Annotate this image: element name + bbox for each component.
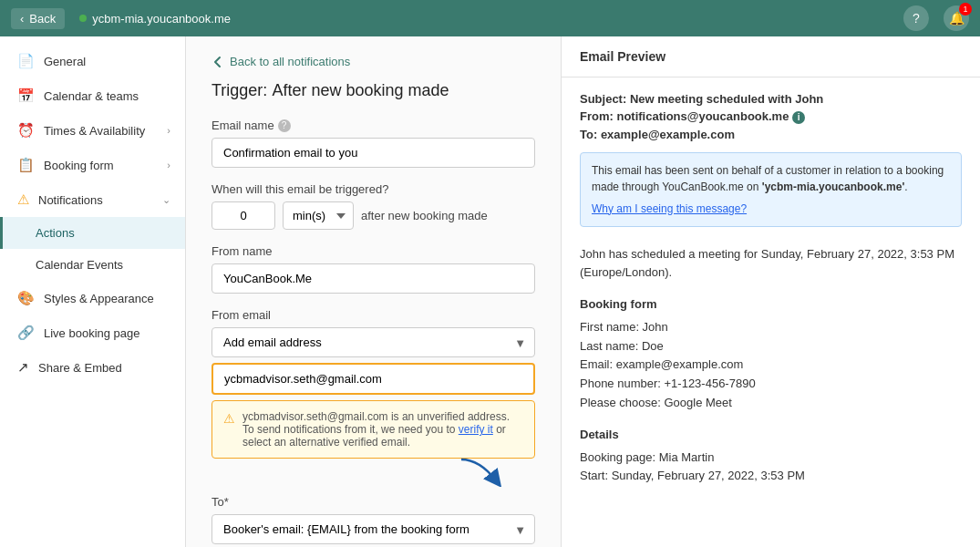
calendar-icon: 📅 [17, 88, 35, 104]
sidebar-item-general[interactable]: 📄 General [0, 44, 185, 78]
details-title: Details [580, 426, 962, 445]
to-select-wrapper: Booker's email: {EMAIL} from the booking… [211, 514, 535, 544]
preview-subject: Subject: New meeting scheduled with John [580, 92, 962, 106]
sidebar-item-notifications[interactable]: ⚠ Notifications ⌄ [0, 182, 185, 217]
trigger-title: Trigger: After new booking made [211, 81, 535, 100]
back-link-text: Back to all notifications [230, 55, 350, 68]
please-choose: Please choose: Google Meet [580, 394, 962, 413]
booking-form-title: Booking form [580, 295, 962, 315]
link-icon: 🔗 [17, 325, 35, 341]
sidebar-label-booking-form: Booking form [44, 159, 114, 172]
preview-body: Subject: New meeting scheduled with John… [562, 77, 980, 508]
help-icon: ? [913, 11, 920, 26]
trigger-delay-input[interactable] [211, 201, 275, 230]
main-form: Back to all notifications Trigger: After… [186, 36, 561, 547]
email-name-input[interactable] [211, 138, 535, 168]
when-label: When will this email be triggered? [211, 182, 535, 196]
sidebar-item-calendar-teams[interactable]: 📅 Calendar & teams [0, 78, 185, 113]
from-email-select-wrapper: Add email address ▼ [211, 327, 535, 357]
main-layout: 📄 General 📅 Calendar & teams ⏰ Times & A… [0, 36, 980, 547]
back-button[interactable]: ‹ Back [11, 8, 65, 29]
sidebar-item-booking-form[interactable]: 📋 Booking form › [0, 148, 185, 182]
back-chevron-icon: ‹ [20, 12, 24, 26]
sidebar-label-live-booking: Live booking page [44, 326, 140, 340]
chevron-right-icon-booking: › [167, 160, 170, 170]
sidebar-item-styles[interactable]: 🎨 Styles & Appearance [0, 281, 185, 315]
from-name-section: From name [211, 244, 535, 294]
sidebar-label-times: Times & Availability [44, 124, 145, 138]
clock-icon: ⏰ [17, 122, 35, 139]
notice-domain: 'ycbm-mia.youcanbook.me' [762, 181, 904, 193]
to-section: To* Booker's email: {EMAIL} from the boo… [211, 495, 535, 544]
chevron-right-icon: › [167, 125, 170, 136]
from-name-input[interactable] [211, 263, 535, 294]
arrow-pointer-icon [452, 455, 507, 487]
to-label: To* [211, 495, 535, 509]
to-select[interactable]: Booker's email: {EMAIL} from the booking… [211, 514, 535, 544]
domain-status-dot [79, 15, 87, 22]
topbar: ‹ Back ycbm-mia.youcanbook.me ? 🔔 1 [0, 0, 980, 36]
from-name-label: From name [211, 244, 535, 258]
sidebar-item-times[interactable]: ⏰ Times & Availability › [0, 113, 185, 148]
first-name: First name: John [580, 318, 962, 337]
verify-link[interactable]: verify it [459, 423, 493, 436]
email-name-section: Email name ? [211, 119, 535, 168]
sidebar-item-actions[interactable]: Actions [0, 217, 185, 249]
from-info-icon[interactable]: i [792, 111, 805, 124]
back-to-notifications-link[interactable]: Back to all notifications [211, 55, 535, 68]
sidebar-label-share-embed: Share & Embed [38, 361, 122, 375]
phone-field: Phone number: +1-123-456-7890 [580, 375, 962, 394]
domain-text: ycbm-mia.youcanbook.me [92, 12, 231, 26]
sidebar-label-calendar-events: Calendar Events [36, 258, 123, 272]
warning-triangle-icon: ⚠ [223, 411, 235, 449]
notification-badge: 1 [959, 3, 972, 15]
help-button[interactable]: ? [903, 5, 929, 31]
sidebar-label-notifications: Notifications [38, 193, 103, 207]
email-notice-box: This email has been sent on behalf of a … [580, 152, 962, 227]
preview-content-body: John has scheduled a meeting for Sunday,… [580, 238, 962, 494]
email-field: Email: example@example.com [580, 356, 962, 375]
sidebar-label-styles: Styles & Appearance [44, 292, 154, 305]
notifications-button[interactable]: 🔔 1 [944, 5, 969, 31]
domain-info: ycbm-mia.youcanbook.me [79, 12, 231, 26]
trigger-unit-select[interactable]: min(s) hour(s) day(s) [283, 201, 354, 230]
form-icon: 📋 [17, 157, 35, 173]
back-label: Back [29, 12, 56, 26]
sidebar-label-general: General [44, 55, 86, 68]
sidebar-label-actions: Actions [36, 226, 75, 240]
from-email-input[interactable] [211, 363, 535, 395]
trigger-timing-section: When will this email be triggered? min(s… [211, 182, 535, 230]
styles-icon: 🎨 [17, 290, 35, 306]
last-name: Last name: Doe [580, 337, 962, 356]
start-time: Start: Sunday, February 27, 2022, 3:53 P… [580, 467, 962, 486]
preview-title: Email Preview [580, 49, 665, 64]
sidebar-item-live-booking[interactable]: 🔗 Live booking page [0, 315, 185, 350]
back-arrow-icon [211, 56, 224, 68]
share-icon: ↗ [17, 359, 29, 376]
chevron-down-icon-notif: ⌄ [162, 194, 170, 206]
sidebar: 📄 General 📅 Calendar & teams ⏰ Times & A… [0, 36, 186, 547]
preview-header: Email Preview [562, 36, 980, 77]
preview-to: To: example@example.com [580, 128, 962, 141]
booking-page: Booking page: Mia Martin [580, 449, 962, 468]
sidebar-item-share-embed[interactable]: ↗ Share & Embed [0, 350, 185, 385]
document-icon: 📄 [17, 53, 35, 69]
email-preview-panel: Email Preview Subject: New meeting sched… [561, 36, 980, 547]
trigger-row: min(s) hour(s) day(s) after new booking … [211, 201, 535, 230]
email-name-help-icon[interactable]: ? [278, 119, 291, 132]
notice-link[interactable]: Why am I seeing this message? [592, 201, 950, 217]
preview-from: From: notifications@youcanbook.me i [580, 109, 962, 124]
from-email-section: From email Add email address ▼ ⚠ ycbmadv… [211, 308, 535, 459]
sidebar-item-calendar-events[interactable]: Calendar Events [0, 249, 185, 281]
sidebar-label-calendar-teams: Calendar & teams [44, 89, 139, 103]
from-email-select[interactable]: Add email address [211, 327, 535, 357]
body-text: John has scheduled a meeting for Sunday,… [580, 245, 962, 284]
trigger-suffix: after new booking made [361, 209, 488, 222]
email-name-label: Email name ? [211, 119, 535, 132]
warning-icon: ⚠ [17, 191, 29, 208]
unverified-warning-box: ⚠ ycbmadvisor.seth@gmail.com is an unver… [211, 400, 535, 459]
from-email-label: From email [211, 308, 535, 322]
